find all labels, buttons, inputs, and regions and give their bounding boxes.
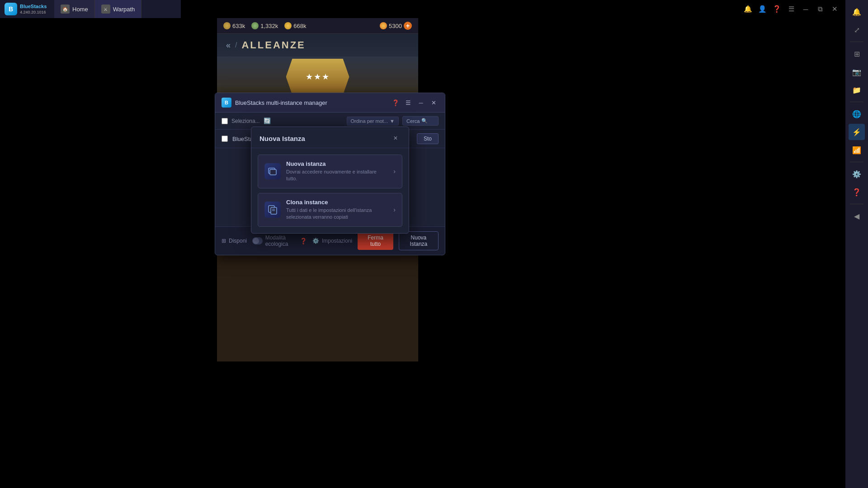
select-all-checkbox[interactable] <box>222 118 228 124</box>
sidebar-settings-icon[interactable]: ⚙️ <box>849 166 865 182</box>
eco-toggle-track <box>252 237 263 244</box>
account-icon[interactable]: 👤 <box>756 3 769 15</box>
warpath-icon: ⚔ <box>101 5 110 14</box>
new-instance-footer-button[interactable]: Nuova Istanza <box>399 231 439 250</box>
svg-rect-1 <box>270 169 276 175</box>
food-resource: 633k <box>223 22 245 29</box>
clone-instance-option[interactable]: Clona instance Tutti i dati e le imposta… <box>258 193 402 227</box>
nuova-istanza-dialog: Nuova Istanza × Nuova istanza Dovrai acc… <box>251 127 409 234</box>
logo-icon: B <box>5 3 17 15</box>
manager-controls: ❓ ☰ ─ ✕ <box>391 98 439 108</box>
banner-stars: ★★★ <box>306 72 330 82</box>
clone-instance-desc: Tutti i dati e le impostazioni dell'ista… <box>286 207 388 221</box>
restore-icon[interactable]: ⧉ <box>814 3 826 15</box>
manager-close-button[interactable]: ✕ <box>429 98 439 108</box>
new-instance-title: Nuova istanza <box>286 160 388 167</box>
search-icon: 🔍 <box>421 118 428 124</box>
dispose-button[interactable]: ⊞ Disponi <box>222 238 247 244</box>
sidebar-folder-icon[interactable]: 📁 <box>849 82 865 98</box>
close-icon[interactable]: ✕ <box>828 3 841 15</box>
wood-resource: 1,332k <box>251 22 278 29</box>
new-instance-desc: Dovrai accedere nuovamente e installare … <box>286 169 388 183</box>
right-sidebar: 🔔 ⤢ ⊞ 📷 📁 🌐 ⚡ 📶 ⚙️ ❓ ◀ <box>845 0 868 488</box>
taskbar: B BlueStacks 4.240.20.1016 🏠 Home ⚔ Warp… <box>0 0 181 18</box>
home-icon: 🏠 <box>61 5 70 14</box>
food-icon <box>223 22 231 29</box>
sidebar-grid-icon[interactable]: ⊞ <box>849 46 865 62</box>
home-tab[interactable]: 🏠 Home <box>54 0 95 18</box>
help-icon[interactable]: ❓ <box>770 3 783 15</box>
resource-group: 633k 1,332k 668k <box>223 22 306 29</box>
sidebar-collapse-icon[interactable]: ◀ <box>849 208 865 224</box>
manager-minimize-button[interactable]: ─ <box>416 98 426 108</box>
sort-dropdown[interactable]: Ordina per mot... ▼ <box>347 117 399 126</box>
manager-titlebar: B BlueStacks multi-instance manager ❓ ☰ … <box>215 93 445 113</box>
clone-instance-chevron-icon: › <box>393 206 396 213</box>
sidebar-camera-icon[interactable]: 📷 <box>849 64 865 80</box>
dispose-icon: ⊞ <box>222 238 226 244</box>
clone-instance-icon <box>264 202 281 218</box>
bell-icon[interactable]: 🔔 <box>741 3 754 15</box>
clone-instance-text: Clona instance Tutti i dati e le imposta… <box>286 199 388 221</box>
alleanze-header: « / ALLEANZE <box>217 34 418 56</box>
new-instance-text: Nuova istanza Dovrai accedere nuovamente… <box>286 160 388 183</box>
manager-title-left: B BlueStacks multi-instance manager <box>222 98 327 108</box>
alleanze-divider: / <box>235 41 237 49</box>
new-instance-option[interactable]: Nuova istanza Dovrai accedere nuovamente… <box>258 155 402 188</box>
dialog-body: Nuova istanza Dovrai accedere nuovamente… <box>251 148 409 233</box>
game-header: 633k 1,332k 668k 5300 + <box>217 18 418 34</box>
sidebar-divider-4 <box>850 204 863 204</box>
manager-help-button[interactable]: ❓ <box>391 98 401 108</box>
settings-icon: ⚙️ <box>312 238 319 244</box>
eco-mode-toggle[interactable]: Modalità ecologica ❓ <box>252 235 307 247</box>
gold-resource: 5300 + <box>380 22 412 30</box>
search-box[interactable]: Cerca 🔍 <box>402 116 439 126</box>
select-label: Seleziona... <box>231 118 260 124</box>
alleanze-title: ALLEANZE <box>241 39 305 51</box>
oil-resource: 668k <box>284 22 306 29</box>
logo-text: BlueStacks <box>20 4 47 9</box>
logo-version: 4.240.20.1016 <box>20 10 47 14</box>
manager-menu-button[interactable]: ☰ <box>403 98 413 108</box>
dialog-header: Nuova Istanza × <box>251 127 409 148</box>
new-instance-chevron-icon: › <box>393 168 396 175</box>
alliance-badge: ★★★ <box>286 59 349 95</box>
dialog-close-button[interactable]: × <box>391 133 401 143</box>
wood-icon <box>251 22 259 29</box>
sidebar-wifi-icon[interactable]: 📶 <box>849 142 865 158</box>
alliance-banner: ★★★ <box>217 56 418 97</box>
menu-icon[interactable]: ☰ <box>785 3 797 15</box>
manager-title-text: BlueStacks multi-instance manager <box>235 99 327 106</box>
sidebar-support-icon[interactable]: ❓ <box>849 184 865 200</box>
gold-add-button[interactable]: + <box>404 22 412 30</box>
sidebar-sliders-icon[interactable]: ⚡ <box>849 124 865 140</box>
stop-button[interactable]: Sto <box>417 133 439 144</box>
notification-area: 🔔 👤 ❓ ☰ ─ ⧉ ✕ <box>737 0 845 18</box>
sidebar-globe-icon[interactable]: 🌐 <box>849 106 865 122</box>
dialog-title: Nuova Istanza <box>259 135 305 142</box>
stop-all-button[interactable]: Ferma tutto <box>358 232 393 250</box>
sidebar-bell-icon[interactable]: 🔔 <box>849 4 865 20</box>
sort-chevron-icon: ▼ <box>390 118 395 124</box>
sidebar-divider-1 <box>850 42 863 42</box>
sidebar-divider-3 <box>850 162 863 162</box>
refresh-icon[interactable]: 🔄 <box>264 117 271 124</box>
settings-link[interactable]: ⚙️ Impostazioni <box>312 238 352 244</box>
instance-checkbox[interactable] <box>222 136 228 142</box>
oil-icon <box>284 22 292 29</box>
alleanze-back-button[interactable]: « <box>226 41 231 50</box>
clone-instance-title: Clona instance <box>286 199 388 206</box>
sidebar-divider-2 <box>850 102 863 102</box>
eco-toggle-knob <box>253 238 259 244</box>
warpath-tab[interactable]: ⚔ Warpath <box>95 0 142 18</box>
gold-icon <box>380 22 387 29</box>
bluestacks-logo[interactable]: B BlueStacks 4.240.20.1016 <box>0 3 54 15</box>
sidebar-resize-icon[interactable]: ⤢ <box>849 22 865 38</box>
minimize-icon[interactable]: ─ <box>799 3 812 15</box>
eco-help-icon[interactable]: ❓ <box>300 238 307 244</box>
manager-app-icon: B <box>222 98 231 108</box>
new-instance-icon <box>264 163 281 179</box>
